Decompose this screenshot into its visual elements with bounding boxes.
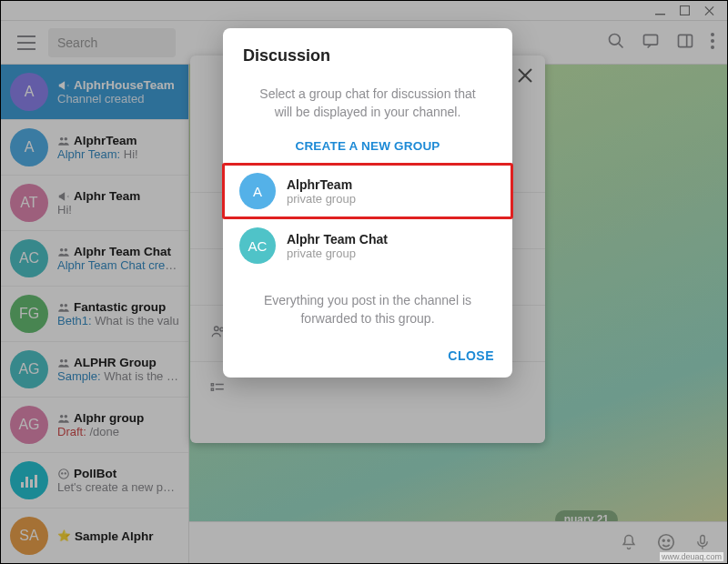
avatar: A bbox=[239, 173, 276, 209]
modal-subtitle: Select a group chat for discussion that … bbox=[223, 71, 512, 126]
group-option[interactable]: AAlphrTeamprivate group bbox=[223, 164, 512, 218]
group-type: private group bbox=[287, 192, 356, 206]
group-name: Alphr Team Chat bbox=[287, 232, 388, 247]
avatar: AC bbox=[239, 227, 276, 264]
close-button[interactable]: CLOSE bbox=[448, 348, 494, 363]
discussion-modal: Discussion Select a group chat for discu… bbox=[223, 28, 512, 378]
watermark: www.deuaq.com bbox=[660, 552, 723, 561]
modal-footer-note: Everything you post in the channel is fo… bbox=[223, 273, 512, 336]
group-type: private group bbox=[287, 247, 388, 260]
modal-title: Discussion bbox=[223, 28, 512, 71]
create-group-button[interactable]: CREATE A NEW GROUP bbox=[223, 126, 512, 164]
group-name: AlphrTeam bbox=[287, 177, 356, 192]
modal-group-list: AAlphrTeamprivate groupACAlphr Team Chat… bbox=[223, 164, 512, 273]
group-option[interactable]: ACAlphr Team Chatprivate group bbox=[223, 218, 512, 273]
